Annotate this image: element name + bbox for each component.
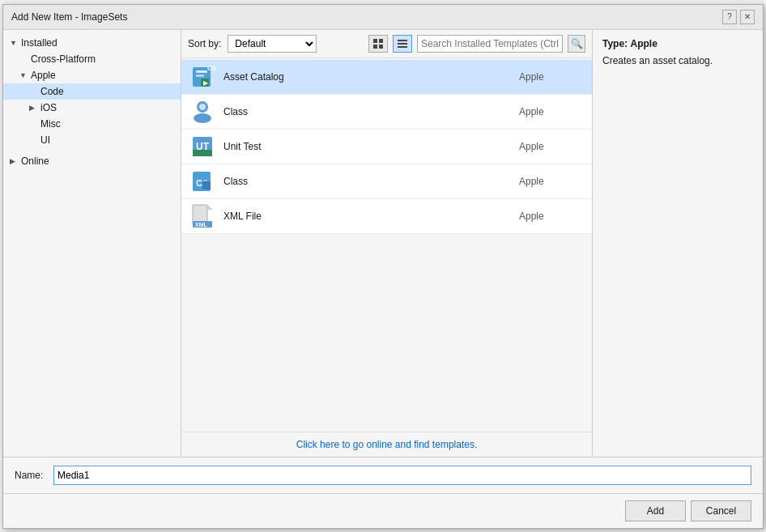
item-category: Apple [519, 141, 584, 152]
sidebar-item-label: Apple [31, 70, 56, 81]
chevron-right-icon: ▶ [10, 157, 18, 165]
item-name: Class [223, 106, 519, 117]
info-panel: Type: Apple Creates an asset catalog. [593, 30, 763, 457]
svg-rect-1 [379, 39, 383, 43]
class-icon [189, 99, 215, 125]
items-list: C# ▶ Asset Catalog Apple [181, 58, 592, 432]
svg-rect-0 [373, 39, 377, 43]
sidebar: ▼ Installed Cross-Platform ▼ Apple Code [3, 30, 181, 457]
grid-icon [372, 38, 384, 49]
table-row[interactable]: C# Class Apple [181, 164, 592, 199]
info-type: Type: Apple [602, 38, 753, 49]
title-bar-buttons: ? ✕ [722, 10, 755, 24]
sidebar-item-ios[interactable]: ▶ iOS [3, 100, 181, 116]
item-category: Apple [519, 176, 584, 187]
content-area: Sort by: Default [181, 30, 593, 457]
sort-select[interactable]: Default [228, 35, 317, 53]
info-type-value: Apple [630, 38, 657, 49]
table-row[interactable]: UT Unit Test Apple [181, 130, 592, 164]
online-link-area: Click here to go online and find templat… [181, 432, 592, 457]
list-icon [397, 38, 408, 49]
name-input[interactable] [53, 466, 751, 485]
class2-icon: C# [189, 168, 215, 194]
item-name: Asset Catalog [223, 71, 519, 83]
item-icon-unit-test: UT [189, 134, 215, 160]
online-templates-link[interactable]: Click here to go online and find templat… [296, 439, 477, 450]
asset-catalog-icon: C# ▶ [189, 64, 215, 90]
info-type-label: Type: [602, 38, 628, 49]
unit-test-icon: UT [189, 134, 215, 160]
sidebar-item-label: Online [21, 155, 49, 167]
grid-view-button[interactable] [368, 35, 388, 53]
sidebar-item-code[interactable]: Code [3, 83, 181, 100]
svg-rect-3 [379, 45, 383, 49]
search-input[interactable] [417, 35, 563, 53]
dialog-title: Add New Item - ImageSets [11, 11, 127, 23]
table-row[interactable]: XML XML File Apple [181, 199, 592, 234]
cancel-button[interactable]: Cancel [691, 500, 751, 521]
sort-by-label: Sort by: [188, 38, 221, 49]
item-icon-class [189, 99, 215, 125]
sidebar-item-label: iOS [40, 102, 57, 113]
table-row[interactable]: Class Apple [181, 95, 592, 130]
svg-rect-18 [193, 150, 212, 156]
svg-point-14 [194, 113, 211, 123]
help-button[interactable]: ? [722, 10, 737, 24]
top-area: ▼ Installed Cross-Platform ▼ Apple Code [3, 30, 763, 457]
toolbar: Sort by: Default [181, 30, 592, 58]
sidebar-item-misc[interactable]: Misc [3, 116, 181, 132]
item-name: Class [223, 176, 519, 187]
action-buttons: Add Cancel [3, 493, 763, 528]
list-view-button[interactable] [393, 35, 412, 53]
xml-file-icon: XML [189, 203, 215, 229]
chevron-right-icon: ▶ [29, 104, 37, 112]
item-category: Apple [519, 211, 584, 222]
svg-text:▶: ▶ [203, 79, 209, 87]
search-button[interactable]: 🔍 [568, 35, 585, 53]
svg-rect-5 [398, 43, 407, 45]
sidebar-item-label: Misc [40, 118, 61, 130]
dialog-body: ▼ Installed Cross-Platform ▼ Apple Code [3, 30, 763, 528]
svg-rect-9 [196, 74, 204, 77]
svg-rect-2 [373, 45, 377, 49]
item-name: Unit Test [223, 141, 519, 152]
table-row[interactable]: C# ▶ Asset Catalog Apple [181, 60, 592, 95]
svg-rect-6 [398, 46, 407, 48]
svg-marker-24 [207, 205, 212, 210]
sidebar-item-label: UI [40, 134, 50, 146]
info-description: Creates an asset catalog. [602, 54, 753, 68]
item-name: XML File [223, 211, 519, 222]
svg-point-15 [199, 104, 206, 110]
sidebar-item-online[interactable]: ▶ Online [3, 153, 181, 169]
title-bar: Add New Item - ImageSets ? ✕ [3, 5, 763, 30]
add-button[interactable]: Add [625, 500, 686, 521]
svg-rect-8 [196, 70, 207, 73]
item-category: Apple [519, 71, 584, 83]
svg-rect-4 [398, 40, 407, 41]
svg-text:C#: C# [207, 64, 215, 72]
item-icon-class2: C# [189, 168, 215, 194]
sidebar-item-cross-platform[interactable]: Cross-Platform [3, 51, 181, 67]
svg-text:XML: XML [195, 222, 208, 228]
name-label: Name: [15, 470, 47, 481]
sidebar-item-label: Code [40, 86, 64, 97]
sidebar-item-apple[interactable]: ▼ Apple [3, 67, 181, 83]
item-category: Apple [519, 106, 584, 117]
dialog: Add New Item - ImageSets ? ✕ ▼ Installed… [2, 4, 764, 529]
close-button[interactable]: ✕ [740, 10, 755, 24]
sidebar-item-label: Cross-Platform [31, 53, 96, 65]
chevron-down-icon: ▼ [10, 39, 18, 47]
sidebar-item-label: Installed [21, 37, 57, 49]
sidebar-item-installed[interactable]: ▼ Installed [3, 35, 181, 51]
name-bar: Name: [3, 457, 763, 493]
item-icon-asset-catalog: C# ▶ [189, 64, 215, 90]
chevron-down-icon: ▼ [19, 71, 28, 79]
item-icon-xml: XML [189, 203, 215, 229]
svg-rect-21 [202, 181, 211, 189]
sidebar-item-ui[interactable]: UI [3, 132, 181, 148]
